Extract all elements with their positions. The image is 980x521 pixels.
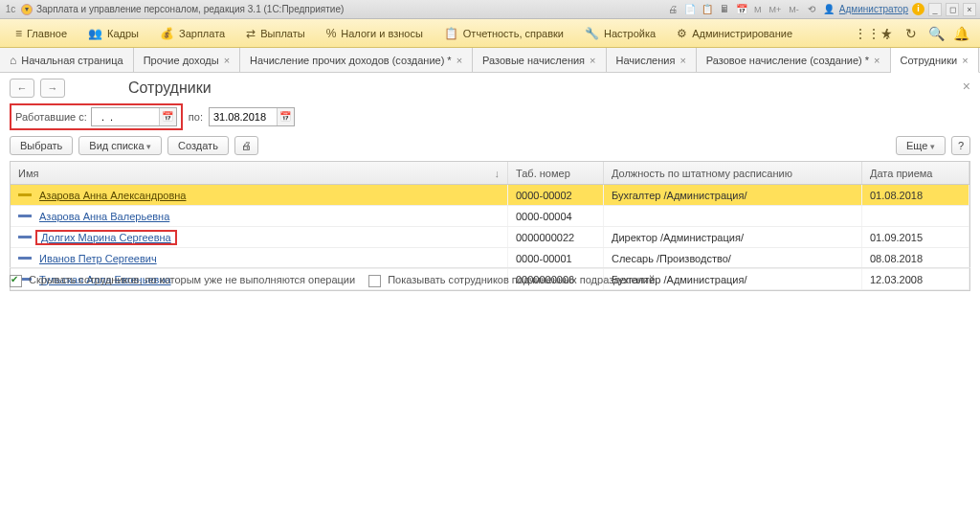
tab[interactable]: Начисление прочих доходов (создание) *× xyxy=(240,48,473,72)
menu-salary-label: Зарплата xyxy=(179,28,225,39)
nav-back-button[interactable]: ← xyxy=(10,79,34,98)
nav-forward-button[interactable]: → xyxy=(40,79,65,98)
menu-payments[interactable]: ⇄Выплаты xyxy=(236,23,314,44)
show-sub-option[interactable]: Показывать сотрудников подчиненных подра… xyxy=(368,274,655,287)
wrench-icon: 🔧 xyxy=(585,27,599,40)
close-icon[interactable]: × xyxy=(874,55,880,66)
home-icon: ⌂ xyxy=(10,54,16,67)
tab-label: Начальная страница xyxy=(21,55,122,66)
table-row[interactable]: Азарова Анна Валерьевна0000-00004 xyxy=(11,206,969,227)
calendar-icon[interactable]: 📅 xyxy=(277,108,294,125)
hide-employees-option[interactable]: Скрывать сотрудников, по которым уже не … xyxy=(10,274,355,287)
menu-main[interactable]: ≡Главное xyxy=(6,23,77,44)
close-icon[interactable]: × xyxy=(679,55,685,66)
col-position[interactable]: Должность по штатному расписанию xyxy=(604,162,862,184)
dropdown-icon[interactable]: ▾ xyxy=(21,4,33,15)
employee-link[interactable]: Азарова Анна Валерьевна xyxy=(39,211,169,222)
info-icon[interactable]: i xyxy=(912,3,924,15)
view-mode-label: Вид списка xyxy=(89,140,144,151)
more-button[interactable]: Еще xyxy=(896,136,946,155)
show-sub-label: Показывать сотрудников подчиненных подра… xyxy=(388,274,655,285)
worked-from-label: Работавшие с: xyxy=(15,111,87,123)
cell-name: Азарова Анна Александровна xyxy=(11,185,508,205)
close-window-button[interactable]: × xyxy=(963,3,976,16)
star-icon[interactable]: ★ xyxy=(879,26,894,41)
clipboard-icon[interactable]: 📋 xyxy=(701,3,714,16)
view-mode-button[interactable]: Вид списка xyxy=(78,136,162,155)
menu-admin[interactable]: ⚙Администрирование xyxy=(667,23,802,44)
menu-main-label: Главное xyxy=(27,28,67,39)
tab[interactable]: Прочие доходы× xyxy=(134,48,240,72)
tab[interactable]: Разовые начисления× xyxy=(473,48,606,72)
m-plus-label[interactable]: M+ xyxy=(768,5,784,14)
menu-taxes[interactable]: %Налоги и взносы xyxy=(317,23,433,44)
close-icon[interactable]: × xyxy=(457,55,462,66)
close-icon[interactable]: × xyxy=(590,55,595,66)
tab[interactable]: Разовое начисление (создание) *× xyxy=(697,48,891,72)
list-toolbar: Выбрать Вид списка Создать 🖨 Еще ? xyxy=(10,136,970,155)
close-icon[interactable]: × xyxy=(224,55,230,66)
m-label[interactable]: M xyxy=(752,5,764,14)
col-tab[interactable]: Таб. номер xyxy=(508,162,604,184)
menu-settings[interactable]: 🔧Настройка xyxy=(575,23,665,44)
print-icon[interactable]: 🖨 xyxy=(666,3,679,16)
calendar-icon[interactable]: 📅 xyxy=(735,3,748,16)
m-minus-label[interactable]: M- xyxy=(787,5,801,14)
employee-link[interactable]: Долгих Марина Сергеевна xyxy=(41,232,171,243)
menu-reports-label: Отчетность, справки xyxy=(463,28,564,39)
select-button[interactable]: Выбрать xyxy=(10,136,73,155)
calc-icon[interactable]: 🖩 xyxy=(718,3,731,16)
menu-admin-label: Администрирование xyxy=(692,28,792,39)
col-date[interactable]: Дата приема xyxy=(862,162,969,184)
show-sub-checkbox[interactable] xyxy=(368,275,381,287)
worked-from-input[interactable]: 📅 xyxy=(91,107,177,126)
cell-position: Слесарь /Производство/ xyxy=(604,248,862,268)
help-button[interactable]: ? xyxy=(951,136,970,155)
table-row[interactable]: Долгих Марина Сергеевна0000000022Директо… xyxy=(11,227,969,248)
to-label: по: xyxy=(189,111,203,123)
menu-reports[interactable]: 📋Отчетность, справки xyxy=(434,23,573,44)
filter-row: Работавшие с: 📅 по: 📅 xyxy=(10,103,970,130)
cell-tab: 0000-00001 xyxy=(508,248,604,268)
menu-hr[interactable]: 👥Кадры xyxy=(78,23,148,44)
worked-from-field[interactable] xyxy=(92,111,159,123)
tab-label: Сотрудники xyxy=(901,55,958,66)
menu-salary[interactable]: 💰Зарплата xyxy=(150,23,234,44)
admin-link[interactable]: Администратор xyxy=(839,4,908,14)
employee-link[interactable]: Иванов Петр Сергеевич xyxy=(39,253,157,264)
create-button[interactable]: Создать xyxy=(167,136,229,155)
tab[interactable]: ⌂Начальная страница xyxy=(0,48,134,72)
col-name[interactable]: Имя↓ xyxy=(11,162,508,184)
tab[interactable]: Сотрудники× xyxy=(891,48,979,73)
close-icon[interactable]: × xyxy=(962,55,968,66)
to-input[interactable]: 📅 xyxy=(209,107,295,126)
money-icon: 💰 xyxy=(160,27,174,40)
row-marker-icon xyxy=(18,236,32,238)
menu-payments-label: Выплаты xyxy=(260,28,304,39)
employee-link[interactable]: Азарова Анна Александровна xyxy=(39,190,186,201)
print-icon: 🖨 xyxy=(241,140,252,151)
hide-checkbox[interactable] xyxy=(10,275,22,287)
calendar-icon[interactable]: 📅 xyxy=(159,108,176,125)
sort-icon: ↓ xyxy=(495,168,501,179)
print-button[interactable]: 🖨 xyxy=(234,136,258,155)
restore-button[interactable]: ◻ xyxy=(946,3,959,16)
transfer-icon: ⇄ xyxy=(246,27,256,40)
table-row[interactable]: Иванов Петр Сергеевич0000-00001Слесарь /… xyxy=(11,248,969,269)
hide-label: Скрывать сотрудников, по которым уже не … xyxy=(29,274,355,285)
tab-label: Начисление прочих доходов (создание) * xyxy=(250,55,452,66)
window-titlebar: 1c ▾ Зарплата и управление персоналом, р… xyxy=(0,0,980,19)
tab[interactable]: Начисления× xyxy=(607,48,697,72)
page-close-button[interactable]: × xyxy=(963,79,970,94)
apps-icon[interactable]: ⋮⋮⋮ xyxy=(854,26,869,41)
table-row[interactable]: Азарова Анна Александровна0000-00002Бухг… xyxy=(11,185,969,206)
minimize-button[interactable]: _ xyxy=(928,3,942,16)
history-icon[interactable]: ↻ xyxy=(903,26,919,41)
cell-date xyxy=(862,206,969,226)
back-icon[interactable]: ⟲ xyxy=(805,3,818,16)
search-icon[interactable]: 🔍 xyxy=(928,26,944,41)
col-tab-label: Таб. номер xyxy=(516,168,570,179)
to-field[interactable] xyxy=(210,111,277,123)
bell-icon[interactable]: 🔔 xyxy=(953,26,969,41)
doc-icon[interactable]: 📄 xyxy=(683,3,697,16)
